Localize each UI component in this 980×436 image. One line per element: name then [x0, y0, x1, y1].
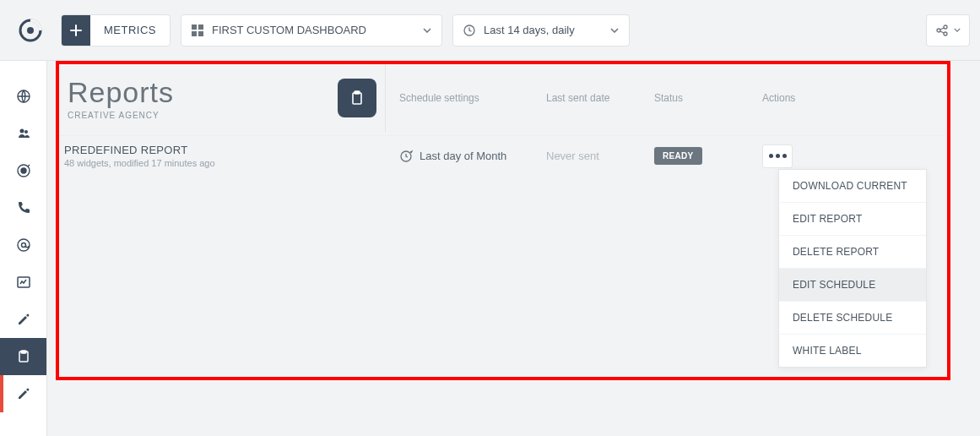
chevron-down-icon — [954, 28, 961, 32]
report-meta: 48 widgets, modified 17 minutes ago — [64, 158, 385, 168]
action-white-label[interactable]: WHITE LABEL — [779, 335, 926, 367]
action-edit-schedule[interactable]: EDIT SCHEDULE — [779, 269, 926, 302]
dashboard-name: FIRST CUSTOM DASHBOARD — [212, 24, 366, 36]
svg-point-8 — [944, 25, 947, 29]
metrics-label[interactable]: METRICS — [90, 24, 170, 36]
columns-header: Schedule settings Last sent date Status … — [385, 64, 946, 132]
metrics-button-group: METRICS — [61, 14, 171, 46]
add-metrics-button[interactable] — [62, 15, 90, 46]
share-button[interactable] — [926, 14, 970, 46]
page-title: Reports — [68, 76, 174, 109]
col-status: Status — [654, 92, 762, 104]
svg-point-9 — [944, 32, 947, 35]
dashboard-icon — [192, 25, 203, 36]
sidebar-users[interactable] — [0, 115, 46, 152]
sidebar-globe[interactable] — [0, 78, 46, 115]
sidebar-annotations[interactable] — [0, 375, 46, 412]
svg-rect-2 — [192, 25, 197, 30]
action-edit-report[interactable]: EDIT REPORT — [779, 203, 926, 236]
svg-point-14 — [21, 168, 26, 173]
row-actions-button[interactable] — [762, 144, 793, 168]
date-range-label: Last 14 days, daily — [484, 24, 575, 36]
chevron-down-icon — [423, 28, 431, 33]
svg-point-1 — [27, 27, 34, 34]
chevron-down-icon — [610, 28, 619, 33]
col-lastsent: Last sent date — [546, 92, 654, 104]
svg-rect-3 — [198, 25, 203, 30]
sidebar-at[interactable] — [0, 226, 46, 264]
last-sent-value: Never sent — [546, 150, 654, 162]
svg-point-15 — [18, 239, 30, 251]
col-schedule: Schedule settings — [399, 92, 546, 104]
action-delete-report[interactable]: DELETE REPORT — [779, 236, 926, 269]
left-sidebar — [0, 61, 47, 436]
new-report-button[interactable] — [338, 79, 376, 117]
app-logo — [10, 18, 51, 43]
report-name[interactable]: PREDEFINED REPORT — [64, 144, 385, 156]
clock-icon — [463, 25, 475, 36]
page-subtitle: CREATIVE AGENCY — [68, 111, 174, 120]
sidebar-phone[interactable] — [0, 189, 46, 226]
dashboard-selector[interactable]: FIRST CUSTOM DASHBOARD — [181, 14, 442, 46]
sidebar-reports[interactable] — [0, 338, 46, 375]
svg-rect-20 — [353, 93, 361, 104]
svg-point-7 — [937, 29, 940, 32]
date-range-selector[interactable]: Last 14 days, daily — [452, 14, 630, 46]
col-actions: Actions — [762, 92, 847, 104]
svg-rect-21 — [355, 91, 360, 94]
status-badge: READY — [654, 147, 702, 165]
row-actions-menu: DOWNLOAD CURRENT EDIT REPORT DELETE REPO… — [778, 169, 927, 368]
svg-rect-4 — [192, 31, 197, 36]
sidebar-target[interactable] — [0, 152, 46, 189]
top-bar: METRICS FIRST CUSTOM DASHBOARD Last 14 d… — [0, 0, 980, 61]
schedule-icon — [399, 150, 413, 163]
schedule-value: Last day of Month — [420, 150, 506, 162]
svg-point-12 — [24, 130, 28, 134]
share-icon — [935, 24, 949, 37]
action-download-current[interactable]: DOWNLOAD CURRENT — [779, 170, 926, 203]
sidebar-chart[interactable] — [0, 264, 46, 301]
sidebar-pencil[interactable] — [0, 301, 46, 338]
svg-point-11 — [19, 129, 24, 134]
svg-rect-5 — [198, 31, 203, 36]
svg-rect-19 — [21, 351, 26, 353]
page-header: Reports CREATIVE AGENCY — [59, 64, 382, 132]
action-delete-schedule[interactable]: DELETE SCHEDULE — [779, 302, 926, 335]
svg-point-16 — [21, 243, 25, 248]
